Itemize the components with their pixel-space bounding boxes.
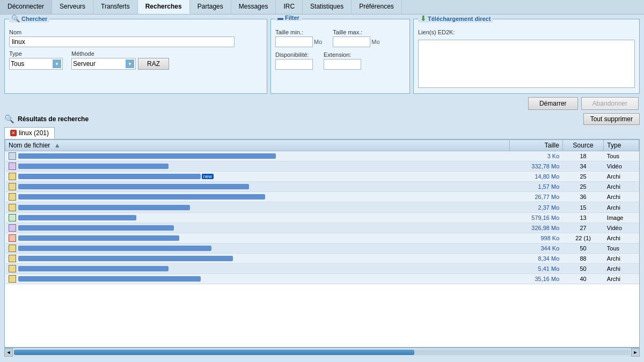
taille-max-label: Taille max.: <box>333 29 379 35</box>
type-select[interactable]: Tous ▼ <box>9 58 63 70</box>
nom-input[interactable] <box>9 36 235 47</box>
extension-group: Extension: <box>324 51 361 70</box>
type-label: Type <box>9 50 63 57</box>
type-cell: Archi <box>604 192 639 202</box>
results-table-container[interactable]: Nom de fichier ▲ Taille Source Type <box>4 139 640 348</box>
filename-bar <box>18 256 233 261</box>
filename-bar <box>18 235 179 241</box>
filter-icon: ▬ <box>277 14 283 21</box>
size-cell: 35,16 Mo <box>510 274 562 284</box>
scroll-left-button[interactable]: ◄ <box>4 348 13 357</box>
filename-bar <box>18 246 211 251</box>
results-section: 🔍 Résultats de recherche Tout supprimer … <box>4 113 640 356</box>
methode-group: Méthode Serveur ▼ RAZ <box>71 50 169 70</box>
mo-label-2: Mo <box>371 39 379 45</box>
liens-textarea[interactable] <box>418 40 635 88</box>
disponibilite-label: Disponibilité: <box>275 51 313 58</box>
table-row[interactable]: 332,78 Mo34Vidéo <box>5 161 639 172</box>
tab-close-icon[interactable]: ✕ <box>10 130 17 136</box>
col-taille[interactable]: Taille <box>510 140 562 151</box>
disponibilite-input[interactable] <box>275 59 313 70</box>
table-row[interactable]: 344 Ko50Tous <box>5 243 639 253</box>
abandonner-button[interactable]: Abandonner <box>581 97 639 110</box>
taille-max-input[interactable] <box>333 36 370 47</box>
file-type-icon <box>9 245 16 252</box>
table-row[interactable]: 579,16 Mo13Image <box>5 212 639 223</box>
raz-button[interactable]: RAZ <box>138 58 169 70</box>
taille-min-input[interactable] <box>275 36 313 47</box>
filename-bar <box>18 266 169 271</box>
col-nom-fichier[interactable]: Nom de fichier ▲ <box>5 140 510 151</box>
menu-bar: Déconnecter Serveurs Transferts Recherch… <box>0 0 644 14</box>
tele-panel: ⬇ Téléchargement direct Lien(s) ED2K: <box>413 19 640 94</box>
results-magnifier-icon: 🔍 <box>4 114 14 124</box>
chercher-panel: 🔍 Chercher Nom Type Tous ▼ <box>4 19 267 94</box>
chercher-panel-title: 🔍 Chercher <box>9 14 49 23</box>
source-cell: 18 <box>562 151 604 161</box>
scroll-track[interactable] <box>14 350 630 355</box>
nom-input-row <box>9 36 262 47</box>
table-row[interactable]: 998 Ko22 (1)Archi <box>5 233 639 243</box>
table-row[interactable]: 3 Ko18Tous <box>5 151 639 161</box>
demarrer-button[interactable]: Démarrer <box>528 97 578 110</box>
table-row[interactable]: new14,80 Mo25Archi <box>5 172 639 182</box>
table-row[interactable]: 8,34 Mo88Archi <box>5 253 639 263</box>
table-row[interactable]: 1,57 Mo25Archi <box>5 182 639 192</box>
type-methode-row: Type Tous ▼ Méthode Serveur ▼ <box>9 50 262 70</box>
menu-item-preferences[interactable]: Préférences <box>352 0 402 14</box>
taille-min-group: Taille min.: Mo <box>275 29 322 47</box>
col-source[interactable]: Source <box>562 140 604 151</box>
filename-bar <box>18 153 276 159</box>
menu-item-deconnecter[interactable]: Déconnecter <box>0 0 52 14</box>
size-cell: 1,57 Mo <box>510 182 562 192</box>
tout-supprimer-button[interactable]: Tout supprimer <box>583 113 640 125</box>
tab-linux[interactable]: ✕ linux (201) <box>4 127 55 139</box>
results-header: 🔍 Résultats de recherche Tout supprimer <box>4 113 640 125</box>
type-cell: Image <box>604 212 639 223</box>
filename-bar <box>18 194 265 200</box>
table-row[interactable]: 326,98 Mo27Vidéo <box>5 223 639 233</box>
menu-item-recherches[interactable]: Recherches <box>138 0 190 14</box>
menu-item-serveurs[interactable]: Serveurs <box>52 0 93 14</box>
tele-panel-title: ⬇ Téléchargement direct <box>418 14 493 23</box>
file-type-icon <box>9 255 16 262</box>
type-cell: Archi <box>604 264 639 274</box>
scroll-right-button[interactable]: ► <box>631 348 640 357</box>
menu-item-irc[interactable]: IRC <box>276 0 303 14</box>
source-cell: 25 <box>562 182 604 192</box>
size-cell: 326,98 Mo <box>510 223 562 233</box>
menu-item-partages[interactable]: Partages <box>190 0 231 14</box>
menu-item-messages[interactable]: Messages <box>231 0 276 14</box>
source-cell: 22 (1) <box>562 233 604 243</box>
h-scrollbar[interactable]: ◄ ► <box>4 348 640 356</box>
col-type[interactable]: Type <box>604 140 639 151</box>
filename-bar <box>18 174 201 179</box>
methode-select[interactable]: Serveur ▼ <box>71 58 136 70</box>
size-cell: 8,34 Mo <box>510 253 562 263</box>
scroll-thumb[interactable] <box>14 350 414 355</box>
table-row[interactable]: 26,77 Mo36Archi <box>5 192 639 202</box>
table-row[interactable]: 35,16 Mo40Archi <box>5 274 639 284</box>
menu-item-statistiques[interactable]: Statistiques <box>303 0 352 14</box>
size-cell: 26,77 Mo <box>510 192 562 202</box>
menu-item-transferts[interactable]: Transferts <box>93 0 138 14</box>
file-type-icon <box>9 193 16 201</box>
source-cell: 34 <box>562 161 604 172</box>
extension-input[interactable] <box>324 59 361 70</box>
size-cell: 998 Ko <box>510 233 562 243</box>
filename-bar <box>18 205 190 210</box>
file-type-icon <box>9 224 16 232</box>
source-cell: 40 <box>562 274 604 284</box>
magnifier-icon: 🔍 <box>11 14 20 23</box>
filter-panel: ▬ Filter Taille min.: Mo Taille max.: <box>270 19 410 94</box>
filename-bar <box>18 225 174 231</box>
filename-bar <box>18 184 249 189</box>
liens-label: Lien(s) ED2K: <box>418 29 635 35</box>
table-row[interactable]: 5,41 Mo50Archi <box>5 264 639 274</box>
source-cell: 27 <box>562 223 604 233</box>
taille-min-label: Taille min.: <box>275 29 322 35</box>
filename-bar <box>18 276 201 282</box>
download-icon: ⬇ <box>420 14 426 23</box>
source-cell: 88 <box>562 253 604 263</box>
table-row[interactable]: 2,37 Mo15Archi <box>5 202 639 212</box>
